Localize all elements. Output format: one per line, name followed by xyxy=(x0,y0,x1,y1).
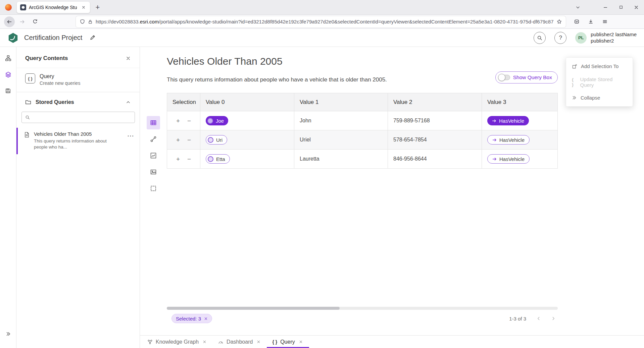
table-view-button[interactable] xyxy=(147,116,160,129)
next-page-button[interactable] xyxy=(551,316,556,321)
chart-view-button[interactable] xyxy=(147,149,160,162)
tab-knowledge-graph[interactable]: Knowledge Graph xyxy=(142,336,213,348)
menu-item-label: Collapse xyxy=(581,95,600,101)
page-description: This query returns information about peo… xyxy=(167,76,387,83)
relationship-pill[interactable]: HasVehicle xyxy=(487,116,529,125)
new-query-item[interactable]: { } Query Create new queries xyxy=(16,68,140,92)
image-icon xyxy=(150,169,157,175)
forward-button[interactable] xyxy=(17,16,28,27)
collapse-section-button[interactable] xyxy=(124,98,132,106)
context-menu: Add Selection To { } Update Stored Query… xyxy=(566,57,633,107)
header-right: ? PL publisher2 lastName publisher2 xyxy=(525,32,637,44)
search-icon xyxy=(537,35,542,41)
stored-query-text: Vehicles Older Than 2005 This query retu… xyxy=(34,131,107,150)
menu-item-label: Add Selection To xyxy=(581,63,618,69)
stored-queries-header[interactable]: Stored Queries xyxy=(16,92,140,111)
rail-data-model-button[interactable] xyxy=(2,52,14,64)
relationship-pill[interactable]: HasVehicle xyxy=(487,135,530,144)
tab-close-button[interactable] xyxy=(80,4,87,11)
menu-item-add-selection-to[interactable]: Add Selection To xyxy=(566,58,633,74)
minimize-button[interactable] xyxy=(598,0,613,15)
rail-save-button[interactable] xyxy=(2,85,14,97)
link-chart-button[interactable] xyxy=(147,132,160,146)
add-selection-icon xyxy=(572,64,577,69)
horizontal-scrollbar[interactable] xyxy=(167,307,558,310)
stored-queries-search-input[interactable] xyxy=(33,115,131,120)
entity-pill[interactable]: Joe xyxy=(206,116,228,125)
previous-page-button[interactable] xyxy=(536,316,541,321)
tab-label: Query xyxy=(280,339,295,345)
clear-selection-button[interactable] xyxy=(204,317,208,321)
menu-item-collapse[interactable]: Collapse xyxy=(566,90,633,106)
arrow-right-icon xyxy=(19,19,25,24)
tab-title: ArcGIS Knowledge Studio xyxy=(29,5,77,10)
scrollbar-thumb[interactable] xyxy=(167,307,340,310)
question-icon: ? xyxy=(559,35,562,41)
reload-button[interactable] xyxy=(30,16,40,27)
browser-tab[interactable]: ArcGIS Knowledge Studio xyxy=(17,2,90,13)
tab-close-button[interactable] xyxy=(298,339,304,345)
stored-query-item[interactable]: Vehicles Older Than 2005 This query retu… xyxy=(16,128,140,154)
back-button[interactable] xyxy=(4,16,15,27)
entity-pill[interactable]: Etta xyxy=(206,154,230,164)
add-to-selection-button[interactable]: + xyxy=(175,117,181,125)
help-button[interactable]: ? xyxy=(554,32,566,44)
browser-menu-button[interactable] xyxy=(599,16,610,27)
chevrons-right-icon xyxy=(572,95,577,100)
list-all-tabs-button[interactable] xyxy=(572,2,584,13)
stored-queries-search[interactable] xyxy=(21,112,135,123)
new-query-text: Query Create new queries xyxy=(40,73,80,86)
relationship-pill[interactable]: HasVehicle xyxy=(487,154,530,164)
tab-close-button[interactable] xyxy=(256,339,261,345)
site-favicon-icon xyxy=(20,4,26,10)
tab-close-button[interactable] xyxy=(202,339,207,345)
screen: ArcGIS Knowledge Studio + xyxy=(0,0,644,348)
user-name: publisher2 lastName xyxy=(591,32,637,38)
add-to-selection-button[interactable]: + xyxy=(175,136,181,144)
avatar-initials: PL xyxy=(578,35,584,40)
save-to-pocket-button[interactable] xyxy=(571,16,582,27)
image-view-button[interactable] xyxy=(147,165,160,179)
tab-dashboard[interactable]: Dashboard xyxy=(213,336,267,348)
tab-query[interactable]: { } Query xyxy=(267,336,309,348)
table-row: + − Joe John 759-889-57168 xyxy=(167,111,558,130)
user-avatar[interactable]: PL xyxy=(575,32,587,44)
maximize-button[interactable] xyxy=(613,0,629,15)
arrow-right-icon xyxy=(492,157,497,161)
stored-query-options-button[interactable]: ⋯ xyxy=(127,131,135,140)
add-to-selection-button[interactable]: + xyxy=(175,155,181,163)
close-window-button[interactable] xyxy=(629,0,644,15)
close-icon xyxy=(126,56,131,61)
remove-from-selection-button[interactable]: − xyxy=(186,136,192,144)
chevrons-right-icon xyxy=(6,331,11,337)
rail-query-contents-button[interactable] xyxy=(2,69,14,80)
entity-pill[interactable]: Uri xyxy=(206,135,227,144)
left-icon-rail xyxy=(0,47,16,348)
main-content: Vehicles Older Than 2005 This query retu… xyxy=(140,47,644,348)
entity-dot-icon xyxy=(208,156,213,162)
firefox-view-button[interactable] xyxy=(3,2,13,12)
new-tab-button[interactable]: + xyxy=(92,2,103,13)
panel-title: Query Contents xyxy=(25,55,68,62)
bookmark-star-button[interactable] xyxy=(557,19,562,24)
expand-panel-button[interactable] xyxy=(3,328,14,340)
selection-tool-button[interactable] xyxy=(147,182,160,195)
tab-label: Dashboard xyxy=(227,339,253,345)
chevron-up-icon xyxy=(126,100,131,105)
url-path: /portal/apps/knowledge-studio/main?id=ed… xyxy=(159,19,554,24)
panel-close-button[interactable] xyxy=(124,54,132,62)
downloads-button[interactable] xyxy=(585,16,596,27)
menu-item-label: Update Stored Query xyxy=(580,76,627,88)
stored-query-description: This query returns information about peo… xyxy=(34,138,107,150)
edit-title-button[interactable] xyxy=(90,35,95,41)
maximize-icon xyxy=(619,5,623,9)
menu-item-update-stored-query: { } Update Stored Query xyxy=(566,74,633,90)
value1-cell: Uriel xyxy=(294,130,388,150)
show-query-box-toggle[interactable]: Show Query Box xyxy=(495,71,558,83)
remove-from-selection-button[interactable]: − xyxy=(186,155,192,163)
search-button[interactable] xyxy=(534,32,546,44)
url-bar[interactable]: https://dev0028833.esri.com/portal/apps/… xyxy=(76,16,566,27)
bottom-view-tabs: Knowledge Graph Dashboard { } xyxy=(140,335,644,348)
layers-icon xyxy=(5,71,11,78)
remove-from-selection-button[interactable]: − xyxy=(186,117,192,125)
